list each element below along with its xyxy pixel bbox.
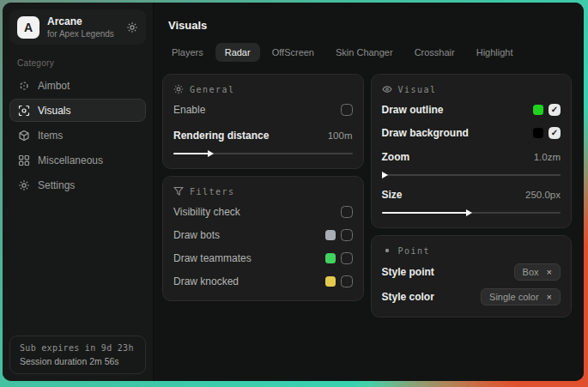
color-swatch[interactable]	[325, 230, 336, 240]
tab-bar: Players Radar OffScreen Skin Changer Cro…	[162, 43, 572, 62]
scan-eye-icon	[18, 105, 30, 117]
chip-value: Box	[523, 267, 539, 277]
tab-radar[interactable]: Radar	[215, 43, 260, 62]
tab-offscreen[interactable]: OffScreen	[263, 43, 324, 62]
draw-teammates-checkbox[interactable]	[341, 252, 353, 264]
gear-icon[interactable]	[126, 21, 138, 33]
page-title: Visuals	[168, 19, 572, 32]
size-slider[interactable]	[382, 209, 561, 216]
size-row: Size 250.0px	[382, 187, 561, 203]
draw-outline-controls: ✓	[533, 104, 561, 116]
rendering-distance-row: Rendering distance 100m	[173, 128, 353, 143]
app-window: A Arcane for Apex Legends Category Aimbo…	[3, 3, 584, 381]
left-column: General Enable Rendering distance 100m	[162, 74, 364, 301]
enable-checkbox[interactable]	[341, 104, 353, 116]
sidebar-item-label: Aimbot	[38, 80, 70, 92]
sidebar-item-label: Settings	[38, 179, 75, 191]
rendering-distance-label: Rendering distance	[173, 130, 269, 142]
gear-icon	[18, 179, 30, 191]
slider-thumb[interactable]	[382, 172, 388, 178]
funnel-icon	[173, 186, 184, 197]
draw-knocked-checkbox[interactable]	[341, 275, 353, 287]
tab-players[interactable]: Players	[162, 43, 213, 62]
color-swatch[interactable]	[533, 128, 543, 138]
app-logo: A	[17, 16, 39, 39]
check-icon: ✓	[551, 106, 558, 114]
draw-background-label: Draw background	[382, 127, 469, 139]
rendering-distance-slider[interactable]	[173, 149, 353, 157]
content-grid: General Enable Rendering distance 100m	[162, 74, 572, 317]
draw-teammates-row: Draw teammates	[173, 251, 353, 266]
slider-fill	[173, 153, 209, 154]
logo-card: A Arcane for Apex Legends	[9, 9, 146, 45]
app-subtitle: for Apex Legends	[47, 29, 114, 39]
sidebar-item-visuals[interactable]: Visuals	[9, 99, 146, 122]
style-color-chip[interactable]: Single color ×	[481, 288, 561, 305]
zoom-value: 1.0zm	[534, 152, 561, 162]
slider-thumb[interactable]	[208, 150, 214, 157]
style-color-row: Style color Single color ×	[382, 288, 561, 305]
main-area: Visuals Players Radar OffScreen Skin Cha…	[154, 3, 584, 381]
eye-icon	[382, 84, 392, 94]
tab-crosshair[interactable]: Crosshair	[405, 43, 464, 62]
category-label: Category	[17, 58, 146, 68]
filters-panel-header: Filters	[173, 186, 353, 197]
logo-letter: A	[24, 21, 33, 34]
draw-background-checkbox[interactable]: ✓	[549, 127, 561, 139]
sub-expires-text: Sub expires in 9d 23h	[20, 343, 136, 353]
sidebar-item-settings[interactable]: Settings	[9, 173, 146, 197]
sidebar-item-label: Visuals	[38, 105, 70, 117]
draw-bots-row: Draw bots	[173, 227, 353, 243]
draw-background-row: Draw background ✓	[382, 125, 561, 141]
tab-skin-changer[interactable]: Skin Changer	[326, 43, 403, 62]
sun-icon	[173, 84, 184, 94]
close-icon[interactable]: ×	[547, 292, 552, 302]
general-panel-header: General	[173, 84, 353, 94]
visual-panel-header: Visual	[382, 84, 561, 94]
sidebar: A Arcane for Apex Legends Category Aimbo…	[3, 3, 154, 381]
style-point-chip[interactable]: Box ×	[514, 263, 561, 281]
draw-outline-checkbox[interactable]: ✓	[549, 104, 561, 116]
crosshair-icon	[18, 80, 30, 92]
subscription-info: Sub expires in 9d 23h Session duration 2…	[9, 336, 146, 374]
visual-panel: Visual Draw outline ✓ Draw background	[371, 74, 573, 228]
close-icon[interactable]: ×	[547, 267, 552, 277]
style-color-label: Style color	[382, 291, 434, 303]
color-swatch[interactable]	[325, 276, 336, 287]
slider-thumb[interactable]	[466, 209, 472, 216]
size-label: Size	[382, 189, 403, 201]
zoom-slider[interactable]	[382, 171, 561, 178]
enable-label: Enable	[173, 104, 205, 116]
draw-teammates-controls	[325, 252, 353, 264]
point-panel-header: Point	[382, 245, 561, 256]
sidebar-item-miscellaneous[interactable]: Miscellaneous	[9, 148, 146, 172]
logo-text: Arcane for Apex Legends	[47, 15, 114, 39]
draw-outline-row: Draw outline ✓	[382, 102, 561, 118]
zoom-row: Zoom 1.0zm	[382, 149, 561, 165]
visibility-check-row: Visibility check	[173, 204, 353, 220]
sidebar-item-aimbot[interactable]: Aimbot	[9, 74, 146, 97]
tab-highlight[interactable]: Highlight	[467, 43, 523, 62]
color-swatch[interactable]	[533, 105, 543, 115]
visibility-check-checkbox[interactable]	[341, 206, 353, 218]
draw-bots-checkbox[interactable]	[341, 229, 353, 241]
slider-track	[382, 174, 561, 176]
visibility-check-label: Visibility check	[173, 206, 240, 218]
sidebar-item-items[interactable]: Items	[9, 124, 146, 147]
dot-icon	[382, 245, 392, 256]
color-swatch[interactable]	[325, 253, 336, 263]
panel-title: Visual	[398, 85, 437, 94]
style-point-label: Style point	[382, 266, 434, 278]
cube-icon	[18, 130, 30, 142]
style-point-row: Style point Box ×	[382, 263, 561, 281]
sidebar-item-label: Miscellaneous	[38, 154, 103, 166]
check-icon: ✓	[551, 129, 558, 137]
zoom-label: Zoom	[382, 151, 410, 163]
panel-title: Filters	[190, 187, 235, 197]
draw-bots-controls	[325, 229, 353, 241]
draw-knocked-controls	[325, 275, 353, 287]
filters-panel: Filters Visibility check Draw bots	[162, 176, 364, 301]
panel-title: General	[190, 85, 235, 94]
draw-teammates-label: Draw teammates	[173, 252, 252, 264]
chip-value: Single color	[489, 292, 538, 302]
